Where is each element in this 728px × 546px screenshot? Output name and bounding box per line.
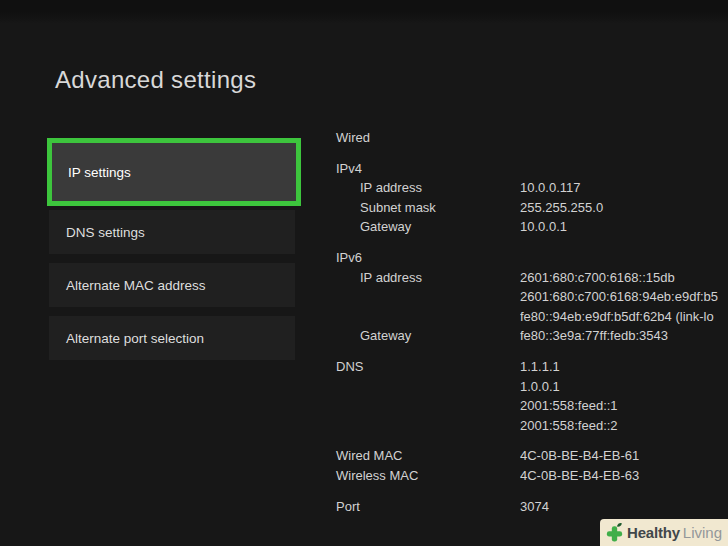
detail-label: Wired: [336, 128, 520, 148]
detail-label: Wireless MAC: [336, 466, 520, 486]
detail-row: Wired MAC 4C-0B-BE-B4-EB-61: [336, 446, 728, 466]
detail-row: Wireless MAC 4C-0B-BE-B4-EB-63: [336, 466, 728, 486]
sidebar: IP settings DNS settings Alternate MAC a…: [47, 138, 301, 369]
watermark-brand-bold: Healthy: [627, 524, 680, 541]
detail-row: IPv6: [336, 248, 728, 268]
detail-values: fe80::3e9a:77ff:fedb:3543: [520, 326, 728, 346]
detail-value: 4C-0B-BE-B4-EB-61: [520, 446, 728, 466]
detail-row: Subnet mask 255.255.255.0: [336, 198, 728, 218]
detail-value: 2601:680:c700:6168::15db: [520, 268, 728, 288]
detail-row: DNS 1.1.1.11.0.0.12001:558:feed::12001:5…: [336, 357, 728, 435]
detail-row: Gateway 10.0.0.1: [336, 217, 728, 237]
detail-label: Subnet mask: [336, 198, 520, 218]
detail-value: 2001:558:feed::1: [520, 396, 728, 416]
detail-value: fe80::3e9a:77ff:fedb:3543: [520, 326, 728, 346]
page-title: Advanced settings: [55, 66, 256, 94]
detail-value: 10.0.0.117: [520, 178, 728, 198]
detail-values: 1.1.1.11.0.0.12001:558:feed::12001:558:f…: [520, 357, 728, 435]
detail-label: IP address: [336, 268, 520, 288]
detail-values: 2601:680:c700:6168::15db2601:680:c700:61…: [520, 268, 728, 327]
sidebar-item-label: IP settings: [68, 165, 131, 180]
detail-value: 2001:558:feed::2: [520, 416, 728, 436]
detail-row: Gateway fe80::3e9a:77ff:fedb:3543: [336, 326, 728, 346]
plus-leaf-icon: [604, 522, 625, 543]
detail-value: 255.255.255.0: [520, 198, 728, 218]
detail-label: Gateway: [336, 217, 520, 237]
sidebar-item-label: DNS settings: [66, 225, 145, 240]
detail-label: IP address: [336, 178, 520, 198]
sidebar-item-label: Alternate MAC address: [66, 278, 206, 293]
sidebar-item-alternate-port-selection[interactable]: Alternate port selection: [49, 316, 295, 360]
detail-label: Gateway: [336, 326, 520, 346]
detail-value: 1.1.1.1: [520, 357, 728, 377]
detail-value: fe80::94eb:e9df:b5df:62b4 (link-lo: [520, 307, 728, 327]
detail-value: 4C-0B-BE-B4-EB-63: [520, 466, 728, 486]
detail-row: IPv4: [336, 159, 728, 179]
healthy-living-watermark: Healthy Living: [600, 519, 728, 546]
detail-label: DNS: [336, 357, 520, 377]
detail-values: 10.0.0.1: [520, 217, 728, 237]
detail-label: IPv4: [336, 159, 520, 179]
detail-label: IPv6: [336, 248, 520, 268]
detail-label: Wired MAC: [336, 446, 520, 466]
watermark-brand-light: Living: [683, 524, 722, 541]
detail-value: 1.0.0.1: [520, 377, 728, 397]
detail-values: 10.0.0.117: [520, 178, 728, 198]
detail-label: Port: [336, 497, 520, 517]
sidebar-item-ip-settings[interactable]: IP settings: [47, 138, 301, 206]
network-details: Wired IPv4 IP address 10.0.0.117 Subnet …: [336, 128, 728, 516]
detail-values: 255.255.255.0: [520, 198, 728, 218]
detail-value: 3074: [520, 497, 728, 517]
detail-row: Wired: [336, 128, 728, 148]
sidebar-item-alternate-mac-address[interactable]: Alternate MAC address: [49, 263, 295, 307]
detail-value: 10.0.0.1: [520, 217, 728, 237]
detail-values: 4C-0B-BE-B4-EB-63: [520, 466, 728, 486]
detail-row: IP address 10.0.0.117: [336, 178, 728, 198]
detail-row: IP address 2601:680:c700:6168::15db2601:…: [336, 268, 728, 327]
detail-values: 3074: [520, 497, 728, 517]
detail-values: 4C-0B-BE-B4-EB-61: [520, 446, 728, 466]
sidebar-item-dns-settings[interactable]: DNS settings: [49, 210, 295, 254]
detail-value: 2601:680:c700:6168:94eb:e9df:b5: [520, 287, 728, 307]
detail-row: Port 3074: [336, 497, 728, 517]
sidebar-item-label: Alternate port selection: [66, 331, 204, 346]
